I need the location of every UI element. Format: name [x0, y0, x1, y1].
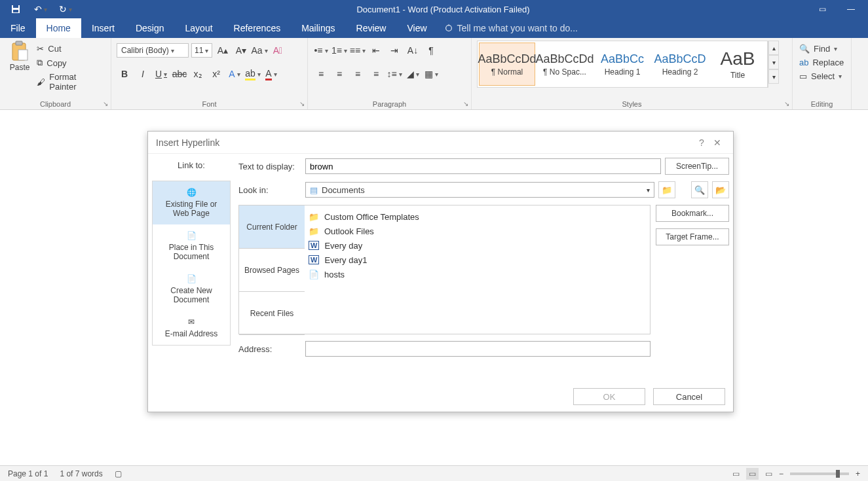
file-list[interactable]: 📁Custom Office Templates 📁Outlook Files …: [305, 205, 650, 334]
link-to-create[interactable]: 📄 Create New Document: [153, 268, 230, 311]
subscript-button[interactable]: x₂: [190, 67, 206, 81]
tab-references[interactable]: References: [223, 18, 292, 38]
list-item[interactable]: 📁Custom Office Templates: [309, 209, 646, 224]
multilevel-list-button[interactable]: ≡≡: [350, 43, 366, 58]
link-to-existing[interactable]: 🌐 Existing File or Web Page: [153, 181, 230, 224]
underline-button[interactable]: U: [153, 67, 169, 81]
paste-button[interactable]: Paste: [5, 41, 34, 92]
superscript-button[interactable]: x²: [208, 67, 224, 81]
tab-layout[interactable]: Layout: [175, 18, 223, 38]
styles-row-up[interactable]: ▴: [768, 41, 779, 55]
browsed-pages-tab[interactable]: Browsed Pages: [239, 249, 305, 292]
justify-button[interactable]: ≡: [368, 67, 384, 81]
web-layout-button[interactable]: ▭: [765, 469, 772, 478]
bold-button[interactable]: B: [117, 67, 132, 81]
recent-files-tab[interactable]: Recent Files: [239, 292, 305, 335]
list-item[interactable]: WEvery day1: [309, 253, 646, 267]
undo-button[interactable]: ↶: [31, 1, 50, 17]
select-button[interactable]: ▭Select▾: [798, 71, 846, 82]
tab-review[interactable]: Review: [346, 18, 397, 38]
font-color-button[interactable]: A: [263, 67, 279, 81]
zoom-in-button[interactable]: +: [856, 469, 860, 478]
proofing-icon[interactable]: ▢: [115, 469, 122, 478]
styles-row-down[interactable]: ▾: [768, 55, 779, 69]
sort-button[interactable]: A↓: [405, 43, 421, 58]
styles-expand[interactable]: ▾: [768, 69, 779, 84]
screentip-button[interactable]: ScreenTip...: [665, 158, 729, 175]
save-icon[interactable]: [7, 1, 25, 17]
redo-button[interactable]: ↻: [56, 1, 75, 17]
styles-launcher[interactable]: ↘: [784, 100, 789, 107]
format-painter-button[interactable]: 🖌Format Painter: [34, 71, 105, 92]
zoom-slider[interactable]: [790, 472, 849, 475]
tab-home[interactable]: Home: [36, 18, 81, 38]
ribbon-options-icon[interactable]: ▭: [810, 2, 834, 16]
align-left-button[interactable]: ≡: [313, 67, 329, 81]
shrink-font-button[interactable]: A▾: [233, 43, 249, 58]
bookmark-button[interactable]: Bookmark...: [656, 205, 729, 222]
strikethrough-button[interactable]: abc: [172, 67, 187, 81]
address-input[interactable]: [305, 341, 651, 357]
dialog-help-button[interactable]: ?: [694, 137, 709, 148]
style-title[interactable]: AaBTitle: [709, 43, 766, 86]
tab-insert[interactable]: Insert: [81, 18, 125, 38]
numbering-button[interactable]: 1≡: [331, 43, 347, 58]
list-item[interactable]: 📁Outlook Files: [309, 224, 646, 238]
find-button[interactable]: 🔍Find▾: [798, 43, 846, 54]
cancel-button[interactable]: Cancel: [653, 388, 725, 405]
cut-button[interactable]: ✂Cut: [34, 43, 105, 54]
tab-mailings[interactable]: Mailings: [291, 18, 345, 38]
link-to-place[interactable]: 📄 Place in This Document: [153, 224, 230, 268]
clipboard-launcher[interactable]: ↘: [103, 100, 108, 107]
link-to-email[interactable]: ✉ E-mail Address: [153, 311, 230, 345]
decrease-indent-button[interactable]: ⇤: [368, 43, 384, 58]
font-size-combobox[interactable]: 11: [191, 43, 212, 58]
change-case-button[interactable]: Aa: [252, 43, 267, 58]
list-item[interactable]: 📄hosts: [309, 267, 646, 281]
up-folder-button[interactable]: 📁: [658, 181, 675, 198]
style-normal[interactable]: AaBbCcDd¶ Normal: [479, 43, 535, 86]
text-effects-button[interactable]: A: [227, 67, 242, 81]
shading-button[interactable]: ◢: [405, 67, 421, 81]
increase-indent-button[interactable]: ⇥: [387, 43, 402, 58]
highlight-button[interactable]: ab: [245, 67, 261, 81]
copy-button[interactable]: ⧉Copy: [34, 57, 105, 69]
style-heading-1[interactable]: AaBbCcHeading 1: [594, 43, 651, 86]
bullets-button[interactable]: •≡: [313, 43, 329, 58]
browse-web-button[interactable]: 🔍: [691, 181, 708, 198]
look-in-combobox[interactable]: ▤ Documents ▾: [305, 182, 654, 198]
print-layout-button[interactable]: ▭: [746, 468, 759, 480]
folder-icon: ▤: [310, 185, 318, 195]
tell-me-input[interactable]: Tell me what you want to do...: [444, 23, 578, 33]
replace-button[interactable]: abReplace: [798, 57, 846, 68]
target-frame-button[interactable]: Target Frame...: [656, 228, 729, 245]
minimize-button[interactable]: —: [839, 2, 863, 16]
ok-button[interactable]: OK: [573, 388, 645, 405]
align-right-button[interactable]: ≡: [350, 67, 366, 81]
font-launcher[interactable]: ↘: [299, 100, 305, 107]
tab-file[interactable]: File: [0, 18, 36, 38]
tab-design[interactable]: Design: [125, 18, 175, 38]
align-center-button[interactable]: ≡: [331, 67, 347, 81]
zoom-out-button[interactable]: −: [779, 469, 783, 478]
browse-file-button[interactable]: 📂: [712, 181, 729, 198]
paragraph-launcher[interactable]: ↘: [463, 100, 468, 107]
text-to-display-input[interactable]: [305, 158, 661, 174]
dialog-close-button[interactable]: ✕: [709, 137, 725, 148]
font-name-combobox[interactable]: Calibri (Body): [117, 43, 189, 58]
word-count[interactable]: 1 of 7 words: [60, 469, 102, 478]
style-no-spacing[interactable]: AaBbCcDd¶ No Spac...: [537, 43, 593, 86]
list-item[interactable]: WEvery day: [309, 238, 646, 253]
current-folder-tab[interactable]: Current Folder: [239, 205, 305, 249]
grow-font-button[interactable]: A▴: [215, 43, 231, 58]
read-mode-button[interactable]: ▭: [732, 469, 740, 478]
clear-formatting-button[interactable]: A⃠: [270, 43, 286, 58]
italic-button[interactable]: I: [135, 67, 151, 81]
show-marks-button[interactable]: ¶: [423, 43, 439, 58]
borders-button[interactable]: ▦: [423, 67, 439, 81]
styles-gallery[interactable]: AaBbCcDd¶ Normal AaBbCcDd¶ No Spac... Aa…: [477, 41, 768, 88]
line-spacing-button[interactable]: ↕≡: [387, 67, 402, 81]
page-status[interactable]: Page 1 of 1: [8, 469, 48, 478]
tab-view[interactable]: View: [396, 18, 437, 38]
style-heading-2[interactable]: AaBbCcDHeading 2: [652, 43, 708, 86]
